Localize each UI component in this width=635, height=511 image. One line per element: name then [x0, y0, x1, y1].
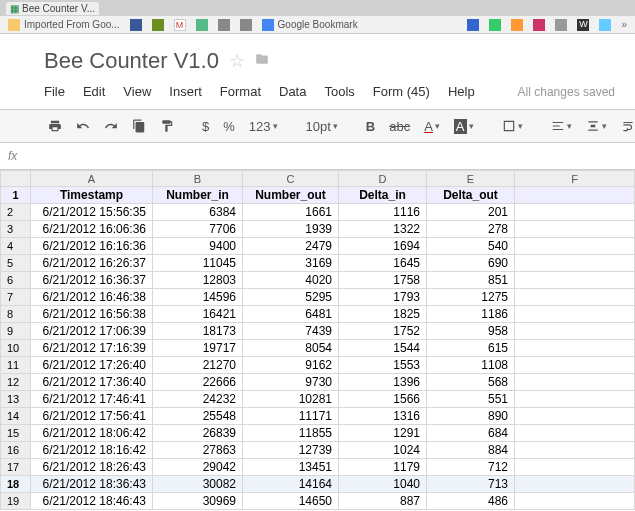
header-cell[interactable]: Timestamp: [31, 187, 153, 204]
cell[interactable]: [515, 357, 635, 374]
col-header-F[interactable]: F: [515, 171, 635, 187]
cell[interactable]: 11855: [243, 425, 339, 442]
row-header[interactable]: 7: [1, 289, 31, 306]
row-header[interactable]: 8: [1, 306, 31, 323]
col-header-A[interactable]: A: [31, 171, 153, 187]
cell[interactable]: 1758: [339, 272, 427, 289]
cell[interactable]: 6/21/2012 17:46:41: [31, 391, 153, 408]
cell[interactable]: 6/21/2012 17:56:41: [31, 408, 153, 425]
row-header[interactable]: 9: [1, 323, 31, 340]
bm-a[interactable]: [467, 19, 479, 31]
cell[interactable]: 6/21/2012 17:26:40: [31, 357, 153, 374]
wrap-dropdown[interactable]: [617, 117, 635, 135]
cell[interactable]: 278: [427, 221, 515, 238]
row-header[interactable]: 11: [1, 357, 31, 374]
cell[interactable]: 14164: [243, 476, 339, 493]
cell[interactable]: 14650: [243, 493, 339, 510]
formula-input[interactable]: [38, 147, 627, 165]
cell[interactable]: [515, 306, 635, 323]
currency-button[interactable]: $: [198, 117, 213, 136]
cell[interactable]: 6/21/2012 16:16:36: [31, 238, 153, 255]
cell[interactable]: [515, 255, 635, 272]
font-size-dropdown[interactable]: 10pt: [302, 117, 342, 136]
menu-form[interactable]: Form (45): [373, 84, 430, 99]
cell[interactable]: 6481: [243, 306, 339, 323]
row-header[interactable]: 3: [1, 221, 31, 238]
bm-g[interactable]: [599, 19, 611, 31]
folder-icon[interactable]: [255, 52, 269, 70]
cell[interactable]: 201: [427, 204, 515, 221]
cell[interactable]: 1939: [243, 221, 339, 238]
cell[interactable]: 6/21/2012 17:06:39: [31, 323, 153, 340]
cell[interactable]: [515, 323, 635, 340]
strike-button[interactable]: abc: [385, 117, 414, 136]
cell[interactable]: 1396: [339, 374, 427, 391]
bookmark-folder[interactable]: Imported From Goo...: [8, 19, 120, 31]
percent-button[interactable]: %: [219, 117, 239, 136]
cell[interactable]: 712: [427, 459, 515, 476]
cell[interactable]: 16421: [153, 306, 243, 323]
header-cell[interactable]: Delta_in: [339, 187, 427, 204]
cell[interactable]: 1322: [339, 221, 427, 238]
cell[interactable]: 890: [427, 408, 515, 425]
row-header[interactable]: 17: [1, 459, 31, 476]
menu-view[interactable]: View: [123, 84, 151, 99]
cell[interactable]: 887: [339, 493, 427, 510]
valign-dropdown[interactable]: [582, 117, 611, 135]
cell[interactable]: 9730: [243, 374, 339, 391]
cell[interactable]: 1645: [339, 255, 427, 272]
cell[interactable]: 26839: [153, 425, 243, 442]
cell[interactable]: 14596: [153, 289, 243, 306]
menu-tools[interactable]: Tools: [324, 84, 354, 99]
cell[interactable]: 1179: [339, 459, 427, 476]
paint-format-button[interactable]: [156, 117, 178, 135]
cell[interactable]: [515, 340, 635, 357]
cell[interactable]: 540: [427, 238, 515, 255]
cell[interactable]: [515, 442, 635, 459]
cell[interactable]: 6/21/2012 18:46:43: [31, 493, 153, 510]
cell[interactable]: [515, 425, 635, 442]
row-header[interactable]: 4: [1, 238, 31, 255]
bm-d[interactable]: [533, 19, 545, 31]
doc-title[interactable]: Bee Counter V1.0: [44, 48, 219, 74]
cell[interactable]: [515, 289, 635, 306]
cell[interactable]: 21270: [153, 357, 243, 374]
bookmark-google[interactable]: Google Bookmark: [262, 19, 358, 31]
menu-format[interactable]: Format: [220, 84, 261, 99]
menu-insert[interactable]: Insert: [169, 84, 202, 99]
row-header[interactable]: 19: [1, 493, 31, 510]
cell[interactable]: [515, 374, 635, 391]
cell[interactable]: 1694: [339, 238, 427, 255]
bm-overflow[interactable]: »: [621, 19, 627, 30]
cell[interactable]: 486: [427, 493, 515, 510]
cell[interactable]: 851: [427, 272, 515, 289]
cell[interactable]: 7706: [153, 221, 243, 238]
row-header[interactable]: 6: [1, 272, 31, 289]
cell[interactable]: [515, 408, 635, 425]
cell[interactable]: 6/21/2012 16:06:36: [31, 221, 153, 238]
cell[interactable]: 1024: [339, 442, 427, 459]
row-header[interactable]: 10: [1, 340, 31, 357]
cell[interactable]: [515, 272, 635, 289]
cell[interactable]: 3169: [243, 255, 339, 272]
cell[interactable]: 1544: [339, 340, 427, 357]
green-icon[interactable]: [152, 19, 164, 31]
col-header-E[interactable]: E: [427, 171, 515, 187]
menu-edit[interactable]: Edit: [83, 84, 105, 99]
col-header-D[interactable]: D: [339, 171, 427, 187]
cell[interactable]: [515, 459, 635, 476]
select-all-cell[interactable]: [1, 171, 31, 187]
paste-fmt-button[interactable]: [128, 117, 150, 135]
cell[interactable]: 4020: [243, 272, 339, 289]
cell[interactable]: 6/21/2012 16:56:38: [31, 306, 153, 323]
cell[interactable]: 9400: [153, 238, 243, 255]
col-header-B[interactable]: B: [153, 171, 243, 187]
cell[interactable]: 1116: [339, 204, 427, 221]
cell[interactable]: 551: [427, 391, 515, 408]
cell[interactable]: 1553: [339, 357, 427, 374]
cell[interactable]: 568: [427, 374, 515, 391]
cell[interactable]: 2479: [243, 238, 339, 255]
undo-button[interactable]: [72, 117, 94, 135]
cell[interactable]: 7439: [243, 323, 339, 340]
menu-help[interactable]: Help: [448, 84, 475, 99]
